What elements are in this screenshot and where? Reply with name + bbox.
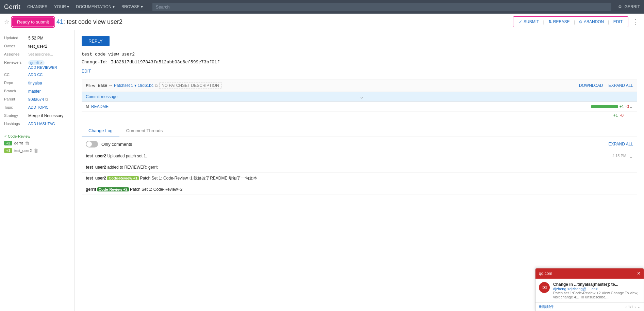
- change-number-link[interactable]: 41: [56, 18, 63, 25]
- email-from-cn: cn>: [592, 287, 598, 291]
- log-badge-3: Code-Review +2: [97, 187, 129, 191]
- log-entry-content-1: test_user2 added to REVIEWER: gerrit: [86, 165, 630, 170]
- delete-vote-testuser2[interactable]: 🗑: [34, 148, 38, 153]
- email-subject: Change in ...tinyalsa[master]: te...: [553, 282, 640, 287]
- star-button[interactable]: ☆: [4, 18, 10, 26]
- toggle-row: Only comments EXPAND ALL: [82, 137, 637, 151]
- copy-parent-icon[interactable]: ⧉: [45, 97, 48, 102]
- file-diff-bar: [591, 105, 618, 108]
- hashtags-row: Hashtags ADD HASHTAG: [0, 120, 75, 128]
- nav-browse[interactable]: BROWSE ▾: [119, 0, 146, 14]
- prev-email-icon[interactable]: ‹: [625, 305, 627, 309]
- settings-icon[interactable]: ⚙: [618, 4, 622, 9]
- email-preview: Patch set 1:Code-Review +2 View Change T…: [553, 291, 640, 299]
- submit-check-icon: ✓: [519, 19, 522, 24]
- download-link[interactable]: DOWNLOAD: [579, 83, 603, 88]
- rebase-button[interactable]: ⇅ REBASE: [546, 18, 573, 26]
- edit-button[interactable]: EDIT: [611, 18, 625, 26]
- toggle-slider: [86, 141, 98, 147]
- vote-user-gerrit: gerrit: [14, 141, 23, 145]
- reviewer-name: gerrit: [30, 61, 39, 65]
- commit-ref-link[interactable]: 19d61bc: [138, 83, 153, 88]
- file-bar-container: +1 -0: [591, 104, 629, 109]
- total-diff-add: +1: [613, 113, 618, 118]
- email-from-email: <djzheng@: [567, 287, 587, 291]
- owner-label: Owner: [4, 44, 26, 48]
- patchset-selector-link[interactable]: Patchset 1 ▾: [114, 83, 136, 88]
- brand-logo: Gerrit: [4, 3, 20, 11]
- add-cc-link[interactable]: ADD CC: [28, 73, 43, 77]
- nav-your[interactable]: YOUR ▾: [51, 0, 72, 14]
- nav-documentation[interactable]: DOCUMENTATION ▾: [73, 0, 117, 14]
- hashtags-label: Hashtags: [4, 122, 26, 126]
- edit-commit-link[interactable]: EDIT: [82, 69, 637, 74]
- reply-button[interactable]: REPLY: [82, 36, 110, 46]
- cc-row: CC ADD CC: [0, 71, 75, 79]
- strategy-row: Strategy Merge if Necessary: [0, 112, 75, 120]
- rebase-icon: ⇅: [548, 19, 552, 24]
- changelog-tabs: Change Log Comment Threads: [82, 125, 637, 137]
- expand-all-log-link[interactable]: EXPAND ALL: [609, 142, 633, 146]
- email-close-button[interactable]: ×: [637, 270, 640, 277]
- cc-label: CC: [4, 73, 26, 77]
- copy-ref-icon[interactable]: ⧉: [155, 83, 158, 88]
- arrow-label: →: [109, 83, 113, 88]
- branch-row: Branch master: [0, 88, 75, 96]
- log-entry-2: test_user2 Code-Review +1 Patch Set 1: C…: [82, 173, 637, 184]
- sidebar: Updated 5:52 PM Owner test_user2 Assigne…: [0, 30, 75, 311]
- topic-row: Topic ADD TOPIC: [0, 104, 75, 112]
- log-expand-0[interactable]: ⌄: [629, 154, 633, 159]
- total-diff-del: -0: [620, 113, 624, 118]
- vote-badge-testuser2: +1: [4, 148, 12, 153]
- files-actions: DOWNLOAD EXPAND ALL: [579, 83, 633, 88]
- delete-vote-gerrit[interactable]: 🗑: [25, 140, 30, 146]
- owner-row: Owner test_user2: [0, 43, 75, 51]
- only-comments-toggle[interactable]: [86, 141, 98, 147]
- assignee-row: Assignee Set assignee...: [0, 51, 75, 59]
- log-user-2: test_user2: [86, 176, 106, 181]
- assignee-label: Assignee: [4, 52, 26, 56]
- divider-3: |: [608, 19, 609, 25]
- commit-message: test code view user2: [82, 52, 637, 57]
- no-description: NO PATCHSET DESCRIPTION: [159, 82, 221, 89]
- branch-link[interactable]: master: [28, 89, 41, 94]
- parent-row: Parent 908a674 ⧉: [0, 96, 75, 104]
- email-footer: 删除邮件 ‹ 1/1 › ⌄: [535, 302, 644, 311]
- email-body: ✉ Change in ...tinyalsa[master]: te... d…: [535, 279, 644, 302]
- email-delete-link[interactable]: 删除邮件: [539, 304, 554, 309]
- tab-comment-threads[interactable]: Comment Threads: [119, 125, 169, 137]
- search-input[interactable]: [152, 3, 611, 11]
- email-content: Change in ...tinyalsa[master]: te... djz…: [553, 282, 640, 299]
- log-entry-content-0: test_user2 Uploaded patch set 1.: [86, 154, 610, 158]
- log-user-0: test_user2: [86, 154, 106, 158]
- parent-link[interactable]: 908a674: [28, 97, 44, 102]
- commit-message-row[interactable]: Commit message ⌄: [82, 92, 637, 102]
- email-from-suffix: ...: [588, 287, 591, 291]
- total-diff-row: +1 -0: [82, 112, 637, 119]
- ready-to-submit-button[interactable]: Ready to submit: [12, 17, 54, 27]
- repo-link[interactable]: tinyalsa: [28, 81, 42, 85]
- add-topic-link[interactable]: ADD TOPIC: [28, 105, 49, 109]
- abandon-button[interactable]: ⊘ ABANDON: [576, 18, 607, 26]
- action-buttons-group: ✓ SUBMIT | ⇅ REBASE | ⊘ ABANDON | EDIT: [513, 16, 628, 27]
- branch-label: Branch: [4, 89, 26, 93]
- more-actions-button[interactable]: ⋮: [631, 18, 640, 26]
- remove-reviewer-icon[interactable]: ×: [40, 61, 42, 65]
- changelog-section: Change Log Comment Threads Only comments…: [82, 125, 637, 195]
- add-reviewer-link[interactable]: ADD REVIEWER: [28, 65, 57, 69]
- add-hashtag-link[interactable]: ADD HASHTAG: [28, 122, 55, 126]
- submit-button[interactable]: ✓ SUBMIT: [516, 18, 542, 26]
- collapse-email-icon[interactable]: ⌄: [637, 305, 640, 309]
- file-diff-add: +1: [620, 104, 624, 109]
- expand-all-files-link[interactable]: EXPAND ALL: [609, 83, 633, 88]
- file-name-readme[interactable]: README: [91, 104, 591, 109]
- owner-value: test_user2: [28, 44, 70, 49]
- files-title: Files: [86, 83, 95, 88]
- pagination-count: 1/1: [628, 305, 633, 309]
- user-label[interactable]: GERRIT: [625, 4, 640, 9]
- set-assignee-link[interactable]: Set assignee...: [28, 52, 53, 56]
- next-email-icon[interactable]: ›: [634, 305, 636, 309]
- nav-changes[interactable]: CHANGES: [24, 0, 50, 14]
- tab-changelog[interactable]: Change Log: [82, 125, 119, 137]
- topic-label: Topic: [4, 105, 26, 109]
